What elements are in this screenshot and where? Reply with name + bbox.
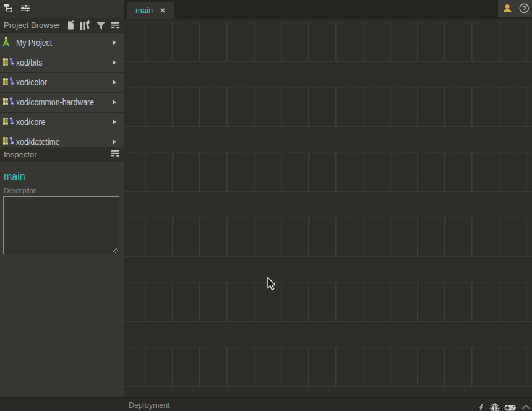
svg-text:?: ? — [522, 5, 526, 12]
